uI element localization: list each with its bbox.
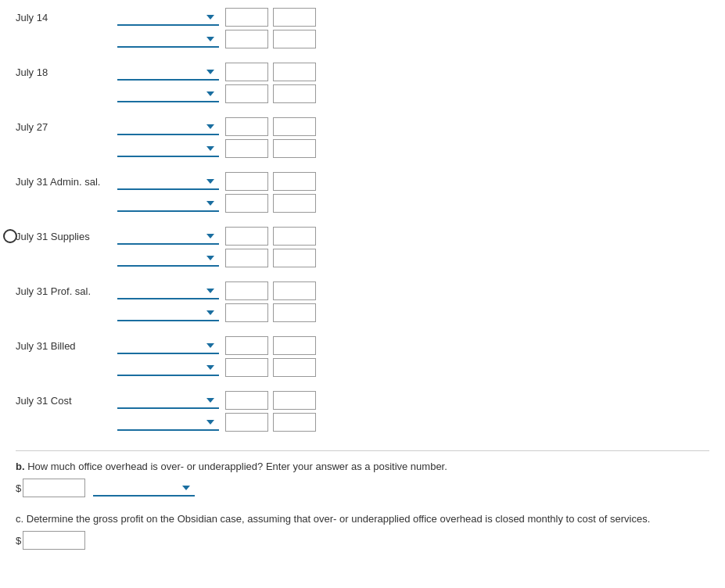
input-j31ci1[interactable] bbox=[225, 391, 268, 410]
input-j27i3[interactable] bbox=[225, 139, 268, 158]
journal-row-july31cost-0: July 31 Cost bbox=[16, 391, 709, 410]
input-j14i1[interactable] bbox=[225, 8, 268, 27]
row-label-july31admin: July 31 Admin. sal. bbox=[16, 176, 117, 188]
input-j31bi1[interactable] bbox=[225, 336, 268, 355]
section-b-label: b. How much office overhead is over- or … bbox=[16, 461, 709, 472]
journal-group-july14: July 14 bbox=[16, 8, 709, 48]
select-j18s2[interactable] bbox=[117, 86, 219, 102]
select-j31ps2[interactable] bbox=[117, 305, 219, 321]
section-c-input[interactable] bbox=[23, 531, 85, 550]
row-label-july31cost: July 31 Cost bbox=[16, 395, 117, 407]
journal-row-july31prof-0: July 31 Prof. sal. bbox=[16, 281, 709, 300]
section-b-select[interactable]: Overapplied Underapplied bbox=[93, 480, 195, 497]
select-wrapper-j31as1 bbox=[117, 174, 219, 190]
select-j27s1[interactable] bbox=[117, 119, 219, 135]
select-j18s1[interactable] bbox=[117, 64, 219, 81]
journal-section: July 14July 18July 27July 31 Admin. sal.… bbox=[16, 8, 709, 550]
section-b-dollar-sign: $ bbox=[16, 482, 21, 494]
select-wrapper-j27s1 bbox=[117, 119, 219, 135]
select-j31ss1[interactable] bbox=[117, 228, 219, 245]
input-j14i4[interactable] bbox=[273, 30, 316, 48]
journal-group-july31cost: July 31 Cost bbox=[16, 391, 709, 432]
select-j31cs1[interactable] bbox=[117, 393, 219, 409]
input-j31ai2[interactable] bbox=[273, 172, 316, 191]
select-j31as1[interactable] bbox=[117, 174, 219, 190]
select-wrapper-j31cs1 bbox=[117, 393, 219, 409]
section-c-input-row: $ bbox=[16, 531, 709, 550]
circle-marker bbox=[3, 229, 17, 243]
row-label-july14: July 14 bbox=[16, 12, 117, 23]
section-c: c. Determine the gross profit on the Obs… bbox=[16, 513, 709, 550]
input-j27i4[interactable] bbox=[273, 139, 316, 158]
input-j18i4[interactable] bbox=[273, 84, 316, 103]
input-j31ci4[interactable] bbox=[273, 413, 316, 432]
row-label-july31prof: July 31 Prof. sal. bbox=[16, 285, 117, 297]
select-wrapper-j31ps1 bbox=[117, 283, 219, 299]
select-wrapper-j18s1 bbox=[117, 64, 219, 81]
input-j31bi3[interactable] bbox=[225, 358, 268, 377]
input-j31pi4[interactable] bbox=[273, 303, 316, 322]
select-j14s2[interactable] bbox=[117, 31, 219, 48]
journal-row-july31supplies-0: July 31 Supplies bbox=[16, 227, 709, 246]
journal-group-july31billed: July 31 Billed bbox=[16, 336, 709, 377]
input-j18i2[interactable] bbox=[273, 63, 316, 81]
select-j31cs2[interactable] bbox=[117, 414, 219, 431]
select-j31ps1[interactable] bbox=[117, 283, 219, 299]
input-j31bi4[interactable] bbox=[273, 358, 316, 377]
section-b-dollar-wrapper: $ bbox=[16, 479, 85, 497]
section-b: b. How much office overhead is over- or … bbox=[16, 450, 709, 497]
input-j27i1[interactable] bbox=[225, 117, 268, 136]
journal-row-july31cost-1 bbox=[16, 413, 709, 432]
journal-group-july31prof: July 31 Prof. sal. bbox=[16, 281, 709, 322]
input-j31ci3[interactable] bbox=[225, 413, 268, 432]
journal-row-july31billed-0: July 31 Billed bbox=[16, 336, 709, 355]
input-j31si1[interactable] bbox=[225, 227, 268, 246]
section-c-text: Determine the gross profit on the Obsidi… bbox=[23, 513, 650, 525]
select-j31as2[interactable] bbox=[117, 195, 219, 212]
select-wrapper-j31cs2 bbox=[117, 414, 219, 431]
section-b-bold: b. bbox=[16, 461, 25, 472]
select-wrapper-j14s1 bbox=[117, 9, 219, 26]
section-b-select-wrapper: Overapplied Underapplied bbox=[93, 480, 195, 497]
input-j31pi2[interactable] bbox=[273, 281, 316, 300]
journal-row-july27-1 bbox=[16, 139, 709, 158]
input-j31si4[interactable] bbox=[273, 249, 316, 267]
select-j27s2[interactable] bbox=[117, 141, 219, 157]
row-label-july31billed: July 31 Billed bbox=[16, 340, 117, 352]
section-c-dollar-sign: $ bbox=[16, 535, 21, 547]
journal-group-july18: July 18 bbox=[16, 63, 709, 103]
section-b-input[interactable] bbox=[23, 479, 85, 497]
input-j14i3[interactable] bbox=[225, 30, 268, 48]
select-j31bs2[interactable] bbox=[117, 360, 219, 376]
journal-row-july18-0: July 18 bbox=[16, 63, 709, 81]
journal-row-july18-1 bbox=[16, 84, 709, 103]
input-j31ai4[interactable] bbox=[273, 194, 316, 213]
journal-group-july31supplies: July 31 Supplies bbox=[16, 227, 709, 267]
input-j27i2[interactable] bbox=[273, 117, 316, 136]
input-j31bi2[interactable] bbox=[273, 336, 316, 355]
select-wrapper-j18s2 bbox=[117, 86, 219, 102]
input-j31ci2[interactable] bbox=[273, 391, 316, 410]
input-j31ai1[interactable] bbox=[225, 172, 268, 191]
journal-row-july14-1 bbox=[16, 30, 709, 48]
input-j18i1[interactable] bbox=[225, 63, 268, 81]
journal-group-july31admin: July 31 Admin. sal. bbox=[16, 172, 709, 213]
input-j31si3[interactable] bbox=[225, 249, 268, 267]
select-j14s1[interactable] bbox=[117, 9, 219, 26]
row-label-july31supplies: July 31 Supplies bbox=[16, 231, 117, 242]
select-j31ss2[interactable] bbox=[117, 250, 219, 267]
input-j31si2[interactable] bbox=[273, 227, 316, 246]
rows-container: July 14July 18July 27July 31 Admin. sal.… bbox=[16, 8, 709, 432]
input-j18i3[interactable] bbox=[225, 84, 268, 103]
select-wrapper-j31bs1 bbox=[117, 338, 219, 354]
select-j31bs1[interactable] bbox=[117, 338, 219, 354]
input-j31pi1[interactable] bbox=[225, 281, 268, 300]
select-wrapper-j31as2 bbox=[117, 195, 219, 212]
input-j31pi3[interactable] bbox=[225, 303, 268, 322]
select-wrapper-j31ss2 bbox=[117, 250, 219, 267]
input-j14i2[interactable] bbox=[273, 8, 316, 27]
row-label-july27: July 27 bbox=[16, 121, 117, 133]
row-label-july18: July 18 bbox=[16, 66, 117, 78]
input-j31ai3[interactable] bbox=[225, 194, 268, 213]
section-c-bold: c. bbox=[16, 513, 23, 525]
